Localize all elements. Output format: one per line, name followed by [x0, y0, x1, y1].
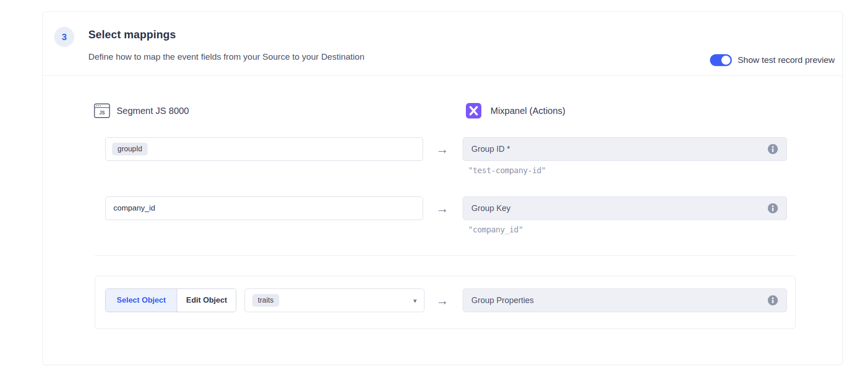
test-record-preview-value: "company_id": [468, 225, 523, 234]
edit-object-button[interactable]: Edit Object: [177, 289, 236, 312]
source-field-token[interactable]: groupId: [112, 143, 148, 155]
dest-field-label: Group Key: [471, 204, 767, 213]
info-icon[interactable]: [767, 203, 778, 214]
info-icon[interactable]: [767, 144, 778, 154]
dropdown-selected-token: traits: [252, 294, 279, 307]
select-mappings-card: 3 Select mappings Define how to map the …: [42, 11, 843, 365]
arrow-right-icon: →: [435, 143, 449, 156]
step-number-badge: 3: [54, 27, 74, 47]
dest-field-group-properties: Group Properties: [463, 288, 787, 312]
toggle-knob-icon: [721, 56, 730, 65]
mixpanel-icon: [466, 103, 481, 118]
section-divider: [95, 255, 795, 256]
test-record-preview-value: "test-company-id": [468, 166, 546, 175]
card-header: 3 Select mappings Define how to map the …: [43, 12, 842, 76]
source-field-input-groupid[interactable]: groupId: [105, 137, 423, 161]
info-icon[interactable]: [767, 295, 778, 306]
destination-header: Mixpanel (Actions): [466, 102, 566, 120]
object-mode-button-group: Select Object Edit Object: [105, 288, 236, 312]
dest-field-label: Group ID *: [471, 144, 767, 154]
arrow-right-icon: →: [435, 202, 449, 215]
show-test-record-preview-toggle[interactable]: [710, 54, 732, 66]
source-header: JS Segment JS 8000: [94, 102, 189, 120]
dest-field-group-key: Group Key: [463, 196, 787, 220]
object-source-dropdown[interactable]: traits ▾: [245, 288, 424, 312]
source-field-value: company_id: [112, 204, 155, 213]
arrow-right-icon: →: [435, 294, 449, 307]
toggle-label: Show test record preview: [738, 55, 835, 65]
dest-field-label: Group Properties: [471, 296, 767, 305]
select-object-button[interactable]: Select Object: [106, 289, 177, 312]
page: 3 Select mappings Define how to map the …: [0, 0, 868, 381]
page-subtitle: Define how to map the event fields from …: [88, 52, 364, 62]
page-title: Select mappings: [88, 28, 176, 41]
source-name: Segment JS 8000: [117, 106, 189, 116]
step-number: 3: [61, 32, 66, 42]
javascript-website-icon: JS: [94, 103, 110, 118]
dest-field-group-id: Group ID *: [463, 137, 787, 161]
js-icon-label: JS: [99, 110, 105, 115]
chevron-down-icon: ▾: [413, 297, 417, 304]
test-record-preview-toggle-row: Show test record preview: [710, 54, 835, 67]
destination-name: Mixpanel (Actions): [490, 106, 566, 116]
source-field-input-company-id[interactable]: company_id: [105, 196, 423, 220]
